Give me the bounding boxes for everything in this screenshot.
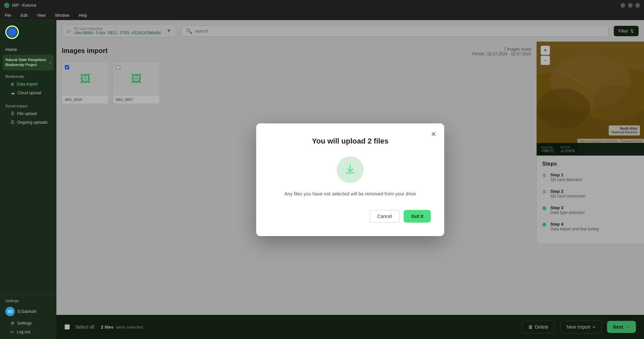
settings-section-label: Settings <box>0 297 56 304</box>
logo-circle <box>5 25 19 39</box>
main-content: 🗂 SD card detected c8ec9086-fcba-5021-37… <box>56 20 644 339</box>
app-title: NIP - Kutuma <box>12 3 36 8</box>
social-label: Social impact <box>0 103 56 109</box>
user-avatar: SG <box>5 307 15 316</box>
cancel-button[interactable]: Cancel <box>370 210 400 223</box>
project-name: Natural State Rangeland Biodiversity Pro… <box>5 57 46 68</box>
logout-label: Log out <box>17 330 30 334</box>
sidebar-social-section: Social impact ☰ File upload ☰ Ongoing up… <box>0 100 56 129</box>
minimize-button[interactable] <box>620 3 625 8</box>
maximize-button[interactable] <box>628 3 633 8</box>
menu-file[interactable]: File <box>3 12 13 18</box>
menu-help[interactable]: Help <box>77 12 89 18</box>
download-icon <box>344 164 356 176</box>
biodiversity-label: Biodiversity <box>0 73 56 80</box>
user-name: S.Gachuhi <box>17 309 36 314</box>
menu-window[interactable]: Window <box>53 12 72 18</box>
menu-edit[interactable]: Edit <box>18 12 30 18</box>
sidebar-biodiversity-section: Biodiversity ⊞ Data import ☁ Cloud uploa… <box>0 70 56 100</box>
settings-label: Settings <box>17 321 32 326</box>
sidebar-logo <box>0 20 56 44</box>
sidebar-item-settings[interactable]: ⚙ Settings <box>0 319 56 328</box>
got-it-button[interactable]: Got it <box>404 210 431 223</box>
grid-icon: ⊞ <box>11 82 14 87</box>
home-label: Home <box>5 47 17 52</box>
data-import-label: Data import <box>17 82 38 87</box>
cloud-icon: ☁ <box>11 91 15 95</box>
titlebar-controls <box>620 3 640 8</box>
sidebar-item-home[interactable]: Home <box>0 44 56 55</box>
logout-icon: ↩ <box>11 330 14 334</box>
sidebar-item-data-import[interactable]: ⊞ Data import <box>0 80 56 89</box>
sidebar-item-file-upload[interactable]: ☰ File upload <box>0 109 56 118</box>
list-icon: ☰ <box>11 120 14 125</box>
modal-icon-circle <box>337 156 364 183</box>
file-upload-label: File upload <box>17 111 37 116</box>
cloud-upload-label: Cloud upload <box>17 91 41 95</box>
sidebar: Home Natural State Rangeland Biodiversit… <box>0 20 56 339</box>
modal-actions: Cancel Got it <box>270 210 431 223</box>
modal-title: You will upload 2 files <box>270 137 431 146</box>
app-icon <box>4 3 9 8</box>
modal-icon-wrap <box>270 156 431 183</box>
sidebar-item-ongoing-uploads[interactable]: ☰ Ongoing uploads <box>0 118 56 127</box>
chevron-right-icon: › <box>50 60 51 65</box>
sidebar-bottom: Settings SG S.Gachuhi ⚙ Settings ↩ Log o… <box>0 294 56 339</box>
close-button[interactable] <box>635 3 640 8</box>
titlebar-left: NIP - Kutuma <box>4 3 36 8</box>
settings-icon: ⚙ <box>11 321 14 326</box>
user-item[interactable]: SG S.Gachuhi <box>0 304 56 319</box>
menu-view[interactable]: View <box>35 12 48 18</box>
ongoing-uploads-label: Ongoing uploads <box>17 120 48 125</box>
modal-message: Any files you have not selected will be … <box>270 191 431 196</box>
sidebar-item-cloud-upload[interactable]: ☁ Cloud upload <box>0 89 56 97</box>
menubar: File Edit View Window Help <box>0 11 644 20</box>
modal-dialog: ✕ You will upload 2 files Any files you … <box>256 123 444 236</box>
modal-overlay[interactable]: ✕ You will upload 2 files Any files you … <box>56 20 644 339</box>
sidebar-item-logout[interactable]: ↩ Log out <box>0 328 56 336</box>
modal-close-button[interactable]: ✕ <box>428 129 439 139</box>
app-layout: Home Natural State Rangeland Biodiversit… <box>0 20 644 339</box>
titlebar: NIP - Kutuma <box>0 0 644 11</box>
logo-inner <box>8 28 16 36</box>
sidebar-project[interactable]: Natural State Rangeland Biodiversity Pro… <box>3 55 54 70</box>
file-icon: ☰ <box>11 111 14 116</box>
